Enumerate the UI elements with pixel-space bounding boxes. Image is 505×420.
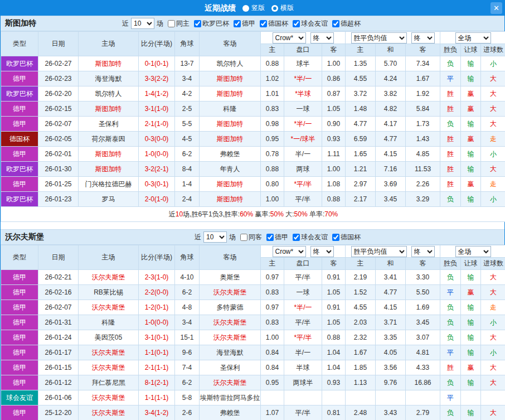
filter-checkbox[interactable] xyxy=(332,20,339,27)
final-odds-select[interactable]: 终 xyxy=(310,32,334,44)
away-team[interactable]: 多特蒙德 xyxy=(200,300,261,315)
home-team[interactable]: 圣保利 xyxy=(79,117,139,132)
recent-count-select[interactable]: 10 xyxy=(203,231,227,243)
away-team[interactable]: 弗赖堡 xyxy=(200,405,261,420)
recent-count-select[interactable]: 10 xyxy=(131,18,154,29)
scope-select[interactable]: 全场 xyxy=(455,246,491,257)
away-team[interactable]: 海登海默 xyxy=(200,345,261,360)
home-team[interactable]: 美因茨05 xyxy=(79,330,139,345)
filter-option-德国杯[interactable]: 德国杯 xyxy=(260,19,288,28)
avg-odds-draw: 9.76 xyxy=(376,375,406,390)
filter-checkbox[interactable] xyxy=(240,234,247,241)
col-header-date: 日期 xyxy=(38,245,79,270)
home-team[interactable]: 凯尔特人 xyxy=(79,86,139,102)
final-odds-select[interactable]: 终 xyxy=(310,246,334,257)
handicap-line: 两球半 xyxy=(284,375,322,390)
home-team[interactable]: 沃尔夫斯堡 xyxy=(79,390,139,405)
away-team[interactable]: 圣保利 xyxy=(200,360,261,375)
final-avg-select[interactable]: 终 xyxy=(411,32,435,44)
col-header-handicap: 盘口 xyxy=(284,258,322,270)
home-team[interactable]: 科隆 xyxy=(79,315,139,330)
filter-checkbox[interactable] xyxy=(266,234,274,241)
filter-option-德甲[interactable]: 德甲 xyxy=(266,233,288,242)
away-team[interactable]: 弗赖堡 xyxy=(200,147,261,162)
away-team[interactable]: 斯图加特 xyxy=(200,192,261,207)
handicap-odds-away: 0.91 xyxy=(322,300,346,315)
col-header-home: 主场 xyxy=(79,32,139,56)
away-team[interactable]: 沃尔夫斯堡 xyxy=(200,330,261,345)
page-title: 近期战绩 xyxy=(205,3,236,13)
home-team[interactable]: 斯图加特 xyxy=(79,162,139,177)
home-team[interactable]: 海登海默 xyxy=(79,71,139,86)
filter-option-球会友谊[interactable]: 球会友谊 xyxy=(293,233,328,242)
away-team[interactable]: 凯尔特人 xyxy=(200,56,261,71)
home-team[interactable]: 斯图加特 xyxy=(79,102,139,117)
result-handicap: 输 xyxy=(461,315,481,330)
filter-checkbox[interactable] xyxy=(260,20,267,27)
recent-label-post: 场 xyxy=(157,19,163,28)
away-team[interactable]: 埃斯特雷拉阿马多拉 xyxy=(200,390,261,405)
bookmaker-select[interactable]: Crow* xyxy=(273,32,306,44)
home-team[interactable]: 斯图加特 xyxy=(79,147,139,162)
filter-option-德国杯[interactable]: 德国杯 xyxy=(332,233,361,242)
away-team[interactable]: 斯图加特 xyxy=(200,71,261,86)
team-section-wolfsburg: 沃尔夫斯堡 近10场同客德甲球会友谊德国杯 类型 日期 主场 比分(半场) 角球… xyxy=(1,229,504,420)
match-date: 26-02-27 xyxy=(38,56,79,71)
handicap-odds-home: 1.00 xyxy=(261,330,284,345)
home-team[interactable]: 沃尔夫斯堡 xyxy=(79,345,139,360)
away-team[interactable]: 斯图加特 xyxy=(200,86,261,102)
layout-option-vertical[interactable]: 竖版 xyxy=(242,3,265,13)
filter-checkbox[interactable] xyxy=(293,234,300,241)
home-team[interactable]: 罗马 xyxy=(79,192,139,207)
away-team[interactable]: 斯图加特 xyxy=(200,117,261,132)
filter-option-德甲[interactable]: 德甲 xyxy=(234,19,255,28)
away-team[interactable]: 斯图加特 xyxy=(200,177,261,192)
filter-checkbox[interactable] xyxy=(194,20,201,27)
home-team[interactable]: 斯图加特 xyxy=(79,56,139,71)
home-team[interactable]: 沃尔夫斯堡 xyxy=(79,405,139,420)
filter-option-球会友谊[interactable]: 球会友谊 xyxy=(293,19,328,28)
filter-checkbox[interactable] xyxy=(332,234,339,241)
away-team[interactable]: 沃尔夫斯堡 xyxy=(200,375,261,390)
final-avg-select[interactable]: 终 xyxy=(411,246,435,257)
avg-odds-select[interactable]: 胜平负均值 xyxy=(351,32,407,44)
home-team[interactable]: RB莱比锡 xyxy=(79,285,139,300)
scope-select[interactable]: 全场 xyxy=(455,32,491,44)
filter-option-同客[interactable]: 同客 xyxy=(240,233,262,242)
away-team[interactable]: 年青人 xyxy=(200,162,261,177)
match-corners: 13-7 xyxy=(175,56,200,71)
bookmaker-select[interactable]: Crow* xyxy=(273,246,306,257)
match-score: 0-3(0-1) xyxy=(139,177,175,192)
filter-checkbox[interactable] xyxy=(168,20,175,27)
avg-odds-select[interactable]: 胜平负均值 xyxy=(351,246,407,257)
away-team[interactable]: 沃尔夫斯堡 xyxy=(200,315,261,330)
avg-odds-away: 3.30 xyxy=(406,270,440,285)
filter-option-同主[interactable]: 同主 xyxy=(168,19,190,28)
match-date: 26-01-15 xyxy=(38,360,79,375)
layout-option-horizontal[interactable]: 横版 xyxy=(271,3,294,13)
handicap-odds-home: 0.83 xyxy=(261,285,284,300)
away-team[interactable]: 科隆 xyxy=(200,102,261,117)
filter-checkbox[interactable] xyxy=(234,20,241,27)
match-score: 3-4(1-2) xyxy=(139,405,175,420)
away-team[interactable]: 沃尔夫斯堡 xyxy=(200,285,261,300)
result-wdl: 负 xyxy=(440,315,461,330)
result-goals xyxy=(481,390,505,405)
handicap-line: *平/半 xyxy=(284,330,322,345)
layout-vertical-label: 竖版 xyxy=(251,3,265,13)
home-team[interactable]: 沃尔夫斯堡 xyxy=(79,300,139,315)
away-team[interactable]: 斯图加特 xyxy=(200,132,261,147)
filter-option-德超杯[interactable]: 德超杯 xyxy=(332,19,361,28)
away-team[interactable]: 奥斯堡 xyxy=(200,270,261,285)
match-score: 3-1(1-0) xyxy=(139,102,175,117)
home-team[interactable]: 荷尔斯泰因 xyxy=(79,132,139,147)
home-team[interactable]: 门兴格拉德巴赫 xyxy=(79,177,139,192)
close-button[interactable]: ✕ xyxy=(491,2,502,14)
home-team[interactable]: 沃尔夫斯堡 xyxy=(79,360,139,375)
filter-option-欧罗巴杯[interactable]: 欧罗巴杯 xyxy=(194,19,229,28)
home-team[interactable]: 拜仁慕尼黑 xyxy=(79,375,139,390)
avg-odds-controls: 胜平负均值终 xyxy=(346,245,440,258)
home-team[interactable]: 沃尔夫斯堡 xyxy=(79,270,139,285)
match-type-badge: 欧罗巴杯 xyxy=(1,56,38,71)
filter-checkbox[interactable] xyxy=(293,20,300,27)
